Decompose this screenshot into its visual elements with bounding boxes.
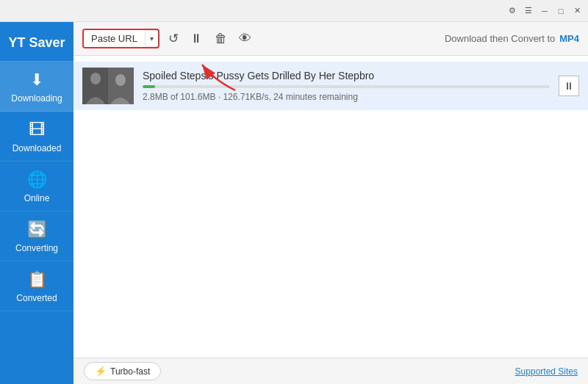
supported-sites-link[interactable]: Supported Sites bbox=[515, 366, 578, 377]
sidebar-label-converted: Converted bbox=[16, 293, 57, 303]
sidebar-item-online[interactable]: 🌐 Online bbox=[0, 162, 74, 211]
lightning-icon: ⚡ bbox=[95, 366, 107, 377]
convert-icon: 🔄 bbox=[27, 220, 47, 239]
turbo-fast-button[interactable]: ⚡ Turbo-fast bbox=[84, 362, 161, 380]
paste-url-button[interactable]: Paste URL ▾ bbox=[82, 29, 159, 48]
convert-label: Download then Convert to bbox=[445, 33, 555, 44]
paste-url-label[interactable]: Paste URL bbox=[84, 30, 145, 47]
film-icon: 🎞 bbox=[29, 120, 45, 140]
progress-fill bbox=[143, 85, 155, 88]
sidebar-item-converted[interactable]: 📋 Converted bbox=[0, 261, 74, 311]
toolbar-left: Paste URL ▾ ↺ ⏸ 🗑 👁 bbox=[82, 28, 254, 49]
title-bar: ⚙ ☰ ─ □ ✕ bbox=[0, 0, 588, 22]
preview-button[interactable]: 👁 bbox=[236, 29, 254, 49]
sidebar-item-converting[interactable]: 🔄 Converting bbox=[0, 211, 74, 261]
item-pause-button[interactable]: ⏸ bbox=[559, 76, 579, 96]
delete-button[interactable]: 🗑 bbox=[212, 29, 230, 49]
content-area: Spoiled Stepsis Pussy Gets Drilled By He… bbox=[74, 56, 588, 358]
sidebar-label-downloading: Downloading bbox=[11, 93, 62, 104]
convert-format[interactable]: MP4 bbox=[559, 33, 579, 44]
download-info: Spoiled Stepsis Pussy Gets Drilled By He… bbox=[143, 70, 550, 102]
app-logo: YT Saver bbox=[0, 29, 74, 62]
table-row: Spoiled Stepsis Pussy Gets Drilled By He… bbox=[74, 62, 588, 110]
settings-icon[interactable]: ⚙ bbox=[505, 4, 520, 18]
download-list: Spoiled Stepsis Pussy Gets Drilled By He… bbox=[74, 56, 588, 358]
thumbnail-placeholder bbox=[82, 68, 134, 104]
svg-point-4 bbox=[115, 74, 126, 86]
video-thumbnail bbox=[82, 68, 134, 104]
undo-button[interactable]: ↺ bbox=[165, 28, 182, 49]
sidebar-label-downloaded: Downloaded bbox=[12, 143, 62, 153]
pause-all-button[interactable]: ⏸ bbox=[187, 29, 206, 49]
sidebar-item-downloading[interactable]: ⬇ Downloading bbox=[0, 62, 74, 112]
close-button[interactable]: ✕ bbox=[570, 4, 584, 18]
turbo-label: Turbo-fast bbox=[110, 366, 150, 377]
document-icon: 📋 bbox=[27, 270, 47, 289]
sidebar-item-downloaded[interactable]: 🎞 Downloaded bbox=[0, 112, 74, 162]
main-content: Paste URL ▾ ↺ ⏸ 🗑 👁 Download then Conver… bbox=[74, 22, 588, 384]
download-title: Spoiled Stepsis Pussy Gets Drilled By He… bbox=[143, 70, 550, 81]
sidebar: YT Saver ⬇ Downloading 🎞 Downloaded 🌐 On… bbox=[0, 22, 74, 384]
sidebar-label-online: Online bbox=[24, 193, 50, 203]
paste-url-dropdown[interactable]: ▾ bbox=[145, 32, 158, 46]
toolbar-right: Download then Convert to MP4 bbox=[445, 33, 579, 44]
download-icon: ⬇ bbox=[30, 70, 43, 90]
window-controls: ⚙ ☰ ─ □ ✕ bbox=[505, 4, 584, 18]
globe-icon: 🌐 bbox=[27, 170, 47, 189]
svg-point-3 bbox=[90, 73, 101, 84]
sidebar-label-converting: Converting bbox=[15, 243, 58, 253]
minimize-button[interactable]: ─ bbox=[537, 4, 552, 18]
maximize-button[interactable]: □ bbox=[553, 4, 568, 18]
download-meta: 2.8MB of 101.6MB · 126.71KB/s, 24 minute… bbox=[143, 92, 550, 102]
menu-icon[interactable]: ☰ bbox=[521, 4, 536, 18]
thumbnail-image bbox=[82, 68, 134, 104]
progress-bar bbox=[143, 85, 550, 88]
bottom-bar: ⚡ Turbo-fast Supported Sites bbox=[74, 358, 588, 384]
toolbar: Paste URL ▾ ↺ ⏸ 🗑 👁 Download then Conver… bbox=[74, 22, 588, 56]
